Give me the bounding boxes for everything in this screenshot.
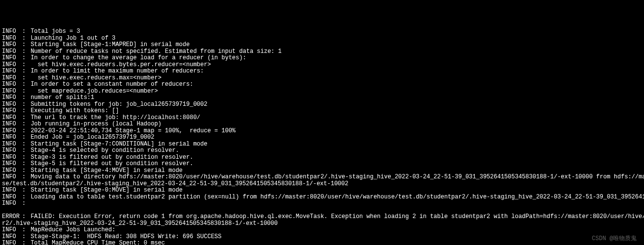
log-level: INFO: [2, 108, 21, 115]
log-message: Starting task [Stage-0:MOVE] in serial m…: [27, 187, 183, 194]
separator: :: [21, 108, 27, 115]
separator: :: [21, 81, 27, 88]
log-line: INFO: set hive.exec.reducers.max=<number…: [2, 75, 642, 82]
log-line: INFO: set mapreduce.job.reduces=<number>: [2, 88, 642, 95]
log-message: set hive.exec.reducers.bytes.per.reducer…: [27, 62, 211, 69]
log-level: INFO: [2, 161, 21, 168]
log-line: INFO: Total MapReduce CPU Time Spent: 0 …: [2, 240, 642, 245]
separator: :: [21, 101, 27, 108]
log-level: INFO: [2, 28, 21, 35]
log-level: INFO: [2, 154, 21, 161]
log-level: INFO: [2, 168, 21, 174]
separator: :: [21, 200, 27, 207]
log-level: INFO: [2, 95, 21, 101]
log-level: INFO: [2, 134, 21, 141]
log-message: Starting task [Stage-7:CONDITIONAL] in s…: [27, 141, 207, 148]
log-line: INFO: The url to track the job: http://l…: [2, 115, 642, 122]
log-message: Total jobs = 3: [27, 28, 80, 35]
terminal-output: INFO: Total jobs = 3INFO: Launching Job …: [2, 28, 642, 245]
log-message: Stage-Stage-1: HDFS Read: 308 HDFS Write…: [27, 234, 221, 241]
log-level: INFO: [2, 101, 21, 108]
log-line: INFO: Loading data to table test.student…: [2, 194, 642, 201]
log-message: MapReduce Jobs Launched:: [27, 227, 115, 234]
log-message: [27, 200, 30, 207]
log-level: INFO: [2, 115, 21, 122]
separator: :: [21, 147, 27, 154]
log-line: INFO: Stage-Stage-1: HDFS Read: 308 HDFS…: [2, 234, 642, 241]
log-level: INFO: [2, 174, 21, 181]
log-message: The url to track the job: http://localho…: [27, 115, 200, 122]
separator: :: [21, 134, 27, 141]
log-message: Stage-3 is filtered out by condition res…: [27, 154, 193, 161]
log-line: INFO: Starting task [Stage-0:MOVE] in se…: [2, 187, 642, 194]
log-line: INFO: Starting task [Stage-1:MAPRED] in …: [2, 42, 642, 49]
separator: :: [21, 62, 27, 69]
log-message: Loading data to table test.studentpar2 p…: [27, 194, 644, 201]
separator: :: [21, 214, 27, 220]
log-level: INFO: [2, 227, 21, 234]
separator: :: [21, 75, 27, 82]
log-line: INFO: Starting task [Stage-7:CONDITIONAL…: [2, 141, 642, 148]
log-line: INFO: Starting task [Stage-4:MOVE] in se…: [2, 168, 642, 174]
log-message: Ended Job = job_local265739719_0002: [27, 134, 154, 141]
log-message: Moving data to directory hdfs://master:8…: [27, 174, 644, 181]
separator: :: [21, 128, 27, 135]
log-message: Executing with tokens: []: [27, 108, 119, 115]
log-message: Job running in-process (local Hadoop): [27, 121, 161, 128]
watermark-text: CSDN @唯物质鬼: [592, 236, 637, 243]
log-line: INFO: Moving data to directory hdfs://ma…: [2, 174, 642, 181]
log-line: INFO: Number of reduce tasks not specifi…: [2, 49, 642, 55]
log-line: INFO: set hive.exec.reducers.bytes.per.r…: [2, 62, 642, 69]
log-line-wrap: se/test.db/studentpar2/.hive-staging_hiv…: [2, 181, 642, 188]
log-line: INFO: In order to set a constant number …: [2, 81, 642, 88]
log-line-wrap: r2/.hive-staging_hive_2022-03-24_22-51-3…: [2, 220, 642, 227]
log-level: INFO: [2, 62, 21, 69]
log-line: INFO: Total jobs = 3: [2, 28, 642, 35]
log-line: INFO: Stage-4 is selected by condition r…: [2, 147, 642, 154]
separator: :: [21, 194, 27, 201]
log-level: INFO: [2, 200, 21, 207]
separator: :: [21, 121, 27, 128]
log-level: INFO: [2, 68, 21, 75]
log-message: Starting task [Stage-1:MAPRED] in serial…: [27, 42, 189, 49]
log-line: INFO: In order to change the average loa…: [2, 55, 642, 62]
separator: :: [21, 49, 27, 55]
log-line: INFO: MapReduce Jobs Launched:: [2, 227, 642, 234]
log-line: INFO: Launching Job 1 out of 3: [2, 35, 642, 42]
log-message: 2022-03-24 22:51:40,734 Stage-1 map = 10…: [27, 128, 236, 135]
log-line: INFO: number of splits:1: [2, 95, 642, 101]
separator: :: [21, 68, 27, 75]
log-level: INFO: [2, 81, 21, 88]
log-level: INFO: [2, 49, 21, 55]
separator: :: [21, 35, 27, 42]
log-line: INFO: Stage-3 is filtered out by conditi…: [2, 154, 642, 161]
log-message: In order to set a constant number of red…: [27, 81, 193, 88]
log-level: INFO: [2, 128, 21, 135]
log-level: INFO: [2, 35, 21, 42]
log-message: set mapreduce.job.reduces=<number>: [27, 88, 158, 95]
log-message: Stage-4 is selected by condition resolve…: [27, 147, 179, 154]
log-message: Launching Job 1 out of 3: [27, 35, 115, 42]
log-message: number of splits:1: [27, 95, 94, 101]
separator: :: [21, 234, 27, 241]
log-line: INFO: Submitting tokens for job: job_loc…: [2, 101, 642, 108]
log-level: INFO: [2, 194, 21, 201]
separator: :: [21, 95, 27, 101]
log-line: INFO: 2022-03-24 22:51:40,734 Stage-1 ma…: [2, 128, 642, 135]
separator: :: [21, 240, 27, 245]
log-level: INFO: [2, 147, 21, 154]
separator: :: [21, 168, 27, 174]
log-line: INFO: Executing with tokens: []: [2, 108, 642, 115]
log-message: In order to limit the maximum number of …: [27, 68, 204, 75]
log-message: FAILED: Execution Error, return code 1 f…: [27, 214, 644, 220]
separator: :: [21, 55, 27, 62]
separator: :: [21, 187, 27, 194]
log-level: INFO: [2, 121, 21, 128]
separator: :: [21, 141, 27, 148]
log-level: INFO: [2, 42, 21, 49]
log-message: In order to change the average load for …: [27, 55, 246, 62]
log-message: Starting task [Stage-4:MOVE] in serial m…: [27, 168, 183, 174]
log-message: Stage-5 is filtered out by condition res…: [27, 161, 193, 168]
separator: :: [21, 42, 27, 49]
log-line: INFO: Ended Job = job_local265739719_000…: [2, 134, 642, 141]
